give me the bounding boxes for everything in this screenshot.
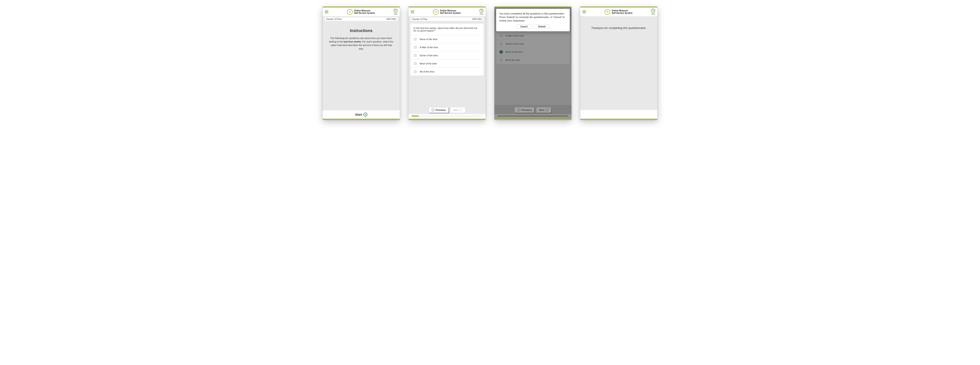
app-header: Online MeasureSelf Service System ? Help — [323, 8, 400, 16]
screen-thankyou: Online MeasureSelf Service System ? Help… — [580, 6, 657, 120]
help-button[interactable]: ? Help — [479, 9, 484, 15]
submit-button[interactable]: Submit — [534, 24, 550, 29]
questionnaire-titlebar: Kessler 10 Plus 9457VRG — [410, 17, 484, 21]
questionnaire-titlebar: Kessler 10 Plus 9457VRG — [325, 17, 398, 21]
question-card: In the last four weeks, about how often … — [410, 24, 484, 76]
app-header: Online MeasureSelf Service System ? Help — [409, 8, 485, 16]
help-button[interactable]: ? Help — [651, 9, 655, 15]
menu-icon[interactable] — [411, 11, 414, 13]
questionnaire-name: Kessler 10 Plus — [412, 18, 427, 21]
brand: Online MeasureSelf Service System — [433, 9, 461, 15]
nav-row: Previous Next — [409, 105, 485, 114]
thankyou-text: Thankyou for completing this questionnai… — [580, 16, 657, 40]
option-row[interactable]: Most of the time — [410, 59, 484, 67]
accent-bar — [580, 119, 657, 120]
play-icon — [363, 113, 368, 116]
radio-icon — [414, 62, 417, 65]
instructions-heading: Instructions — [328, 28, 395, 33]
logo-icon — [433, 9, 439, 15]
start-button[interactable]: Start — [323, 110, 400, 119]
logo-icon — [347, 9, 353, 15]
screen-instructions: Online MeasureSelf Service System ? Help… — [323, 6, 400, 120]
help-button[interactable]: ? Help — [394, 9, 398, 15]
questionnaire-code: 9457VRG — [472, 18, 482, 21]
option-row[interactable]: Some of the time — [410, 51, 484, 59]
help-icon: ? — [479, 9, 484, 13]
chevron-right-icon — [460, 108, 463, 112]
progress-bar — [409, 114, 485, 119]
screen-submit-modal: Online MeasureSelf Service System ? Help… — [495, 6, 571, 120]
accent-bar — [409, 119, 485, 120]
accent-bar — [495, 119, 571, 120]
modal-text: You have completed all the questions in … — [499, 12, 567, 22]
brand: Online MeasureSelf Service System — [605, 9, 632, 15]
previous-button[interactable]: Previous — [429, 107, 449, 113]
menu-icon[interactable] — [325, 11, 328, 13]
app-header: Online MeasureSelf Service System ? Help — [580, 8, 657, 16]
brand: Online MeasureSelf Service System — [347, 9, 375, 15]
option-row[interactable]: None of the time — [410, 35, 484, 43]
logo-icon — [605, 9, 610, 15]
screen-question: Online MeasureSelf Service System ? Help… — [409, 6, 485, 120]
questionnaire-name: Kessler 10 Plus — [326, 18, 342, 21]
accent-bar — [323, 119, 400, 120]
footer — [580, 110, 657, 119]
option-row[interactable]: A little of the time — [410, 43, 484, 51]
chevron-left-icon — [431, 108, 434, 112]
menu-icon[interactable] — [582, 11, 586, 13]
radio-icon — [414, 70, 417, 73]
next-button: Next — [450, 107, 466, 113]
questionnaire-code: 9457VRG — [387, 18, 396, 21]
brand-text: Online MeasureSelf Service System — [354, 10, 375, 14]
radio-icon — [414, 54, 417, 57]
question-text: In the last four weeks, about how often … — [410, 24, 484, 35]
help-icon: ? — [394, 9, 398, 13]
brand-text: Online MeasureSelf Service System — [612, 10, 632, 14]
help-icon: ? — [651, 9, 655, 13]
option-row[interactable]: All of the time — [410, 67, 484, 76]
progress-fill — [412, 115, 418, 116]
submit-modal: You have completed all the questions in … — [496, 9, 570, 31]
brand-text: Online MeasureSelf Service System — [440, 10, 461, 14]
radio-icon — [414, 46, 417, 49]
radio-icon — [414, 37, 417, 41]
cancel-button[interactable]: Cancel — [516, 24, 532, 29]
instructions-text: The following ten questions ask about ho… — [328, 37, 395, 51]
